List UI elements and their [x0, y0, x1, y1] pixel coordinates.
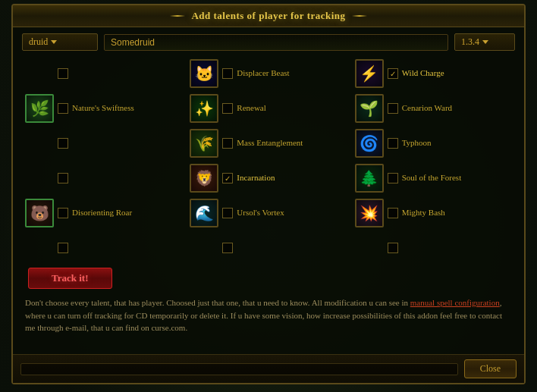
talent-cell-renewal: ✨ Renewal	[187, 92, 350, 125]
renewal-icon: ✨	[190, 94, 218, 123]
track-button-row: Track it!	[22, 268, 515, 289]
talent-cell-empty-right	[352, 231, 515, 265]
mighty-bash-label: Mighty Bash	[402, 208, 445, 218]
displacer-beast-icon: 🐱	[190, 59, 218, 88]
track-button[interactable]: Track it!	[28, 268, 112, 289]
typhoon-label: Typhoon	[402, 138, 432, 148]
left1-checkbox[interactable]	[58, 68, 68, 79]
natures-swiftness-icon: 🌿	[25, 94, 54, 123]
info-text-before: Don't choose every talent, that has play…	[25, 298, 410, 307]
disorienting-roar-checkbox[interactable]	[58, 208, 68, 218]
class-label: druid	[29, 36, 48, 48]
incarnation-label: Incarnation	[237, 173, 275, 183]
scroll-bar[interactable]	[20, 363, 458, 375]
left3-icon-space	[25, 129, 54, 158]
wild-charge-checkbox[interactable]: ✓	[388, 68, 398, 79]
bottom-bar: Close	[13, 354, 524, 383]
talent-cell-empty-left	[22, 231, 185, 265]
incarnation-icon: 🦁	[190, 164, 218, 193]
title-ornament-right	[352, 15, 367, 17]
top-controls: druid 1.3.4	[22, 33, 515, 51]
manual-spell-config-link[interactable]: manual spell configuration	[410, 298, 500, 307]
title-ornament-left	[170, 15, 185, 17]
left1-icon-space	[25, 59, 54, 88]
typhoon-checkbox[interactable]	[388, 138, 398, 149]
natures-swiftness-label: Nature's Swiftness	[72, 103, 134, 113]
version-dropdown-arrow	[482, 40, 488, 44]
talent-cell-left1	[22, 57, 185, 90]
empty-mid-icon	[190, 234, 218, 262]
player-name-input[interactable]	[104, 34, 448, 51]
typhoon-icon: 🌀	[355, 129, 384, 158]
dialog-title: Add talents of player for tracking	[191, 10, 345, 22]
talent-cell-empty-mid	[187, 231, 350, 265]
version-selector[interactable]: 1.3.4	[454, 33, 515, 51]
talent-cell-left3	[22, 127, 185, 160]
renewal-checkbox[interactable]	[222, 103, 233, 114]
talent-cell-displacer: 🐱 Displacer Beast	[187, 57, 350, 90]
wild-charge-label: Wild Charge	[402, 68, 444, 78]
talent-cell-ursols-vortex: 🌊 Ursol's Vortex	[187, 196, 350, 230]
talent-cell-soul-forest: 🌲 Soul of the Forest	[352, 162, 515, 195]
empty-left-checkbox[interactable]	[58, 243, 68, 253]
class-dropdown-arrow	[51, 40, 57, 44]
mighty-bash-icon: 💥	[355, 199, 384, 227]
talent-cell-natures-swiftness: 🌿 Nature's Swiftness	[22, 92, 185, 125]
mass-entanglement-checkbox[interactable]	[222, 138, 233, 149]
cenarion-ward-icon: 🌱	[355, 94, 384, 123]
talent-cell-left4	[22, 162, 185, 195]
close-button[interactable]: Close	[464, 359, 517, 378]
info-text-container: Don't choose every talent, that has play…	[22, 296, 515, 334]
talent-cell-wild-charge: ⚡ ✓ Wild Charge	[352, 57, 515, 90]
incarnation-checkbox[interactable]: ✓	[222, 173, 233, 183]
cenarion-ward-checkbox[interactable]	[388, 103, 398, 114]
disorienting-roar-label: Disorienting Roar	[72, 208, 132, 218]
wild-charge-icon: ⚡	[355, 59, 384, 88]
empty-right-icon	[355, 234, 384, 262]
ursols-vortex-icon: 🌊	[190, 199, 218, 227]
soul-forest-label: Soul of the Forest	[402, 173, 462, 183]
title-bar: Add talents of player for tracking	[13, 5, 524, 27]
cenarion-ward-label: Cenarion Ward	[402, 103, 452, 113]
empty-left-icon	[25, 234, 54, 262]
main-panel: Add talents of player for tracking druid…	[11, 4, 526, 384]
content-area: druid 1.3.4 🐱 Displacer Beast	[13, 27, 524, 347]
empty-right-checkbox[interactable]	[388, 243, 398, 253]
version-label: 1.3.4	[461, 36, 479, 48]
displacer-beast-label: Displacer Beast	[237, 68, 289, 78]
ursols-vortex-checkbox[interactable]	[222, 208, 233, 218]
mass-entanglement-icon: 🌾	[190, 129, 218, 158]
displacer-beast-checkbox[interactable]	[222, 68, 233, 79]
soul-forest-icon: 🌲	[355, 164, 384, 193]
class-selector[interactable]: druid	[22, 33, 98, 51]
mighty-bash-checkbox[interactable]	[388, 208, 398, 218]
talent-cell-disorienting-roar: 🐻 Disorienting Roar	[22, 196, 185, 230]
renewal-label: Renewal	[237, 103, 265, 113]
disorienting-roar-icon: 🐻	[25, 199, 54, 227]
left4-icon-space	[25, 164, 54, 193]
talent-cell-incarnation: 🦁 ✓ Incarnation	[187, 162, 350, 195]
talent-cell-mighty-bash: 💥 Mighty Bash	[352, 196, 515, 230]
left3-checkbox[interactable]	[58, 138, 68, 149]
ursols-vortex-label: Ursol's Vortex	[237, 208, 284, 218]
talents-grid: 🐱 Displacer Beast ⚡ ✓ Wild Charge 🌿 Natu…	[22, 57, 515, 265]
mass-entanglement-label: Mass Entanglement	[237, 138, 303, 148]
talent-cell-mass-entanglement: 🌾 Mass Entanglement	[187, 127, 350, 160]
soul-forest-checkbox[interactable]	[388, 173, 398, 183]
natures-swiftness-checkbox[interactable]	[58, 103, 68, 114]
left4-checkbox[interactable]	[58, 173, 68, 183]
empty-mid-checkbox[interactable]	[222, 243, 233, 253]
talent-cell-cenarion-ward: 🌱 Cenarion Ward	[352, 92, 515, 125]
talent-cell-typhoon: 🌀 Typhoon	[352, 127, 515, 160]
